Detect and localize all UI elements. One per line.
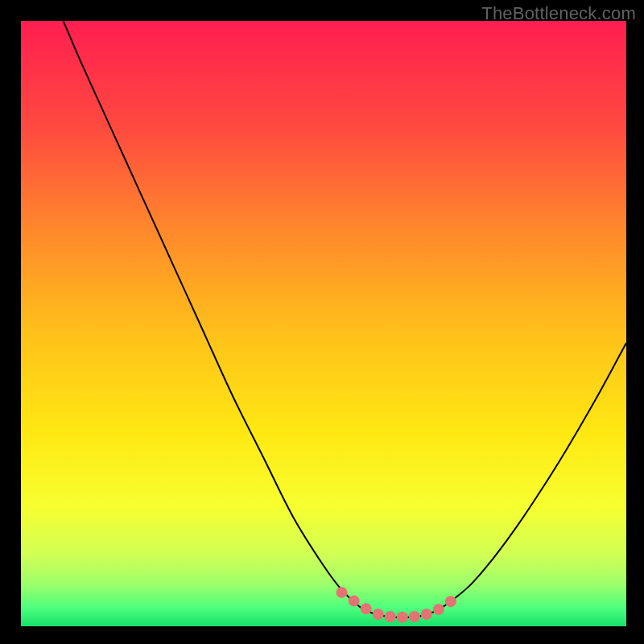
plot-area (21, 21, 626, 626)
marker-dot (385, 611, 396, 622)
watermark-text: TheBottleneck.com (481, 3, 636, 24)
marker-dot (433, 604, 444, 615)
plot-svg (21, 21, 626, 626)
chart-stage: TheBottleneck.com (0, 0, 644, 644)
marker-dot (445, 596, 456, 607)
marker-dot (397, 612, 408, 623)
marker-dot (421, 609, 432, 620)
marker-dot (373, 609, 384, 620)
gradient-background (21, 21, 626, 626)
marker-dot (409, 611, 420, 622)
marker-dot (336, 587, 348, 598)
marker-dot (361, 603, 372, 614)
marker-dot (349, 595, 360, 606)
